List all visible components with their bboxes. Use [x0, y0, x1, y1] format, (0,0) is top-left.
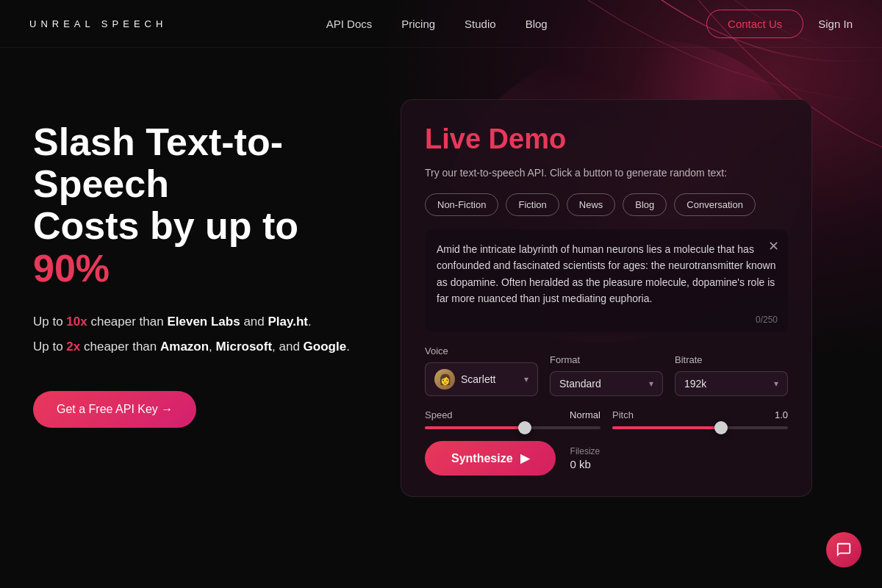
contact-us-button[interactable]: Contact Us — [706, 10, 803, 38]
format-value: Standard — [559, 378, 643, 390]
demo-card: Live Demo Try our text-to-speech API. Cl… — [401, 99, 812, 497]
voice-avatar: 👩 — [434, 369, 455, 390]
pitch-label: Pitch — [612, 409, 634, 420]
text-area-content[interactable]: Amid the intricate labyrinth of human ne… — [437, 241, 776, 307]
hero-section: Slash Text-to-Speech Costs by up to 90% … — [33, 99, 356, 428]
voice-chevron-icon: ▾ — [524, 374, 528, 384]
category-non-fiction[interactable]: Non-Fiction — [425, 193, 498, 216]
category-news[interactable]: News — [567, 193, 616, 216]
category-fiction[interactable]: Fiction — [506, 193, 559, 216]
speed-value: Normal — [570, 409, 600, 420]
sliders-row: Speed Normal Pitch 1.0 — [425, 409, 788, 429]
category-conversation[interactable]: Conversation — [674, 193, 756, 216]
logo: UNREAL SPEECH — [29, 18, 167, 29]
subtext-1: Up to 10x cheaper than Eleven Labs and P… — [33, 312, 356, 332]
bitrate-value: 192k — [684, 378, 768, 390]
pitch-fill — [612, 426, 721, 429]
filesize-section: Filesize 0 kb — [570, 446, 600, 470]
voice-control: Voice 👩 Scarlett ▾ — [425, 345, 538, 396]
nav-actions: Contact Us Sign In — [706, 10, 853, 38]
char-count: 0/250 — [756, 315, 778, 325]
format-label: Format — [550, 354, 663, 365]
chat-icon — [836, 542, 852, 558]
speed-thumb[interactable] — [518, 421, 531, 434]
speed-slider[interactable] — [425, 426, 600, 429]
pitch-section: Pitch 1.0 — [612, 409, 788, 429]
nav-link-pricing[interactable]: Pricing — [401, 18, 435, 30]
filesize-label: Filesize — [570, 446, 600, 456]
format-chevron-icon: ▾ — [649, 379, 653, 389]
speed-label: Speed — [425, 409, 453, 420]
headline-line1: Slash Text-to-Speech — [33, 121, 283, 205]
pitch-value: 1.0 — [775, 409, 788, 420]
bitrate-control: Bitrate 192k ▾ — [675, 354, 788, 396]
synthesize-button[interactable]: Synthesize ▶ — [425, 441, 556, 476]
main-content: Slash Text-to-Speech Costs by up to 90% … — [0, 48, 882, 497]
close-text-button[interactable]: ✕ — [768, 238, 779, 254]
format-control: Format Standard ▾ — [550, 354, 663, 396]
bottom-row: Synthesize ▶ Filesize 0 kb — [425, 441, 788, 476]
text-area-wrapper: Amid the intricate labyrinth of human ne… — [425, 229, 788, 332]
pitch-slider[interactable] — [612, 426, 788, 429]
speed-section: Speed Normal — [425, 409, 600, 429]
free-api-key-button[interactable]: Get a Free API Key → — [33, 391, 196, 428]
nav-link-studio[interactable]: Studio — [465, 18, 496, 30]
headline: Slash Text-to-Speech Costs by up to 90% — [33, 121, 356, 290]
voice-select[interactable]: 👩 Scarlett ▾ — [425, 362, 538, 396]
demo-title: Live Demo — [425, 123, 788, 155]
category-buttons: Non-Fiction Fiction News Blog Conversati… — [425, 193, 788, 216]
headline-accent: 90% — [33, 247, 110, 290]
bitrate-select[interactable]: 192k ▾ — [675, 371, 788, 396]
speed-fill — [425, 426, 525, 429]
navbar: UNREAL SPEECH API Docs Pricing Studio Bl… — [0, 0, 882, 48]
chat-support-button[interactable] — [826, 532, 861, 567]
nav-link-blog[interactable]: Blog — [526, 18, 548, 30]
pitch-thumb[interactable] — [714, 421, 728, 434]
nav-link-api-docs[interactable]: API Docs — [326, 18, 373, 30]
bitrate-label: Bitrate — [675, 354, 788, 365]
nav-links: API Docs Pricing Studio Blog — [326, 18, 548, 30]
format-select[interactable]: Standard ▾ — [550, 371, 663, 396]
bitrate-chevron-icon: ▾ — [774, 379, 778, 389]
voice-value: Scarlett — [461, 373, 518, 385]
demo-subtitle: Try our text-to-speech API. Click a butt… — [425, 167, 788, 179]
controls-row: Voice 👩 Scarlett ▾ Format Standard ▾ Bit… — [425, 345, 788, 396]
category-blog[interactable]: Blog — [623, 193, 667, 216]
voice-label: Voice — [425, 345, 538, 356]
headline-line2: Costs by up to 90% — [33, 204, 298, 289]
filesize-value: 0 kb — [570, 458, 600, 470]
subtext-2: Up to 2x cheaper than Amazon, Microsoft,… — [33, 337, 356, 357]
sign-in-button[interactable]: Sign In — [818, 18, 853, 30]
play-icon: ▶ — [520, 451, 529, 465]
